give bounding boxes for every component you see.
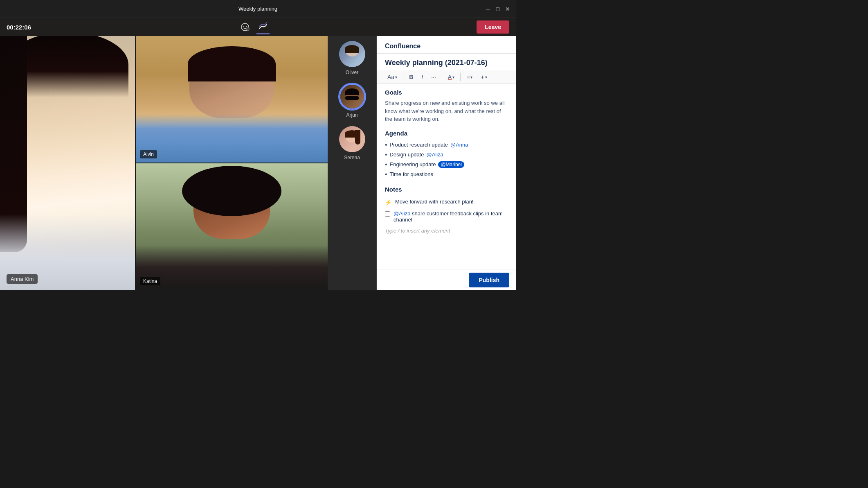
toolbar-divider-1 xyxy=(403,73,403,81)
agenda-item-4-text: Time for questions xyxy=(390,171,433,177)
type-placeholder[interactable]: Type / to insert any element xyxy=(385,225,508,236)
maximize-button[interactable]: □ xyxy=(495,6,501,12)
participant-arjun: Arjun xyxy=(339,84,365,118)
agenda-item-1-mention: @Anna xyxy=(450,142,468,148)
list-button[interactable]: ≡ ▾ xyxy=(464,73,475,81)
confluence-doc-title: Weekly planning (2021-07-16) xyxy=(377,54,516,70)
toolbar-divider-2 xyxy=(442,73,442,81)
note-checkbox-2[interactable] xyxy=(385,211,390,217)
katina-name-tag: Katina xyxy=(140,277,160,285)
serena-name: Serena xyxy=(344,155,360,160)
note-item-1-text: Move forward with research plan! xyxy=(395,199,473,205)
confluence-toolbar: Aa ▾ B I ··· A ▾ ≡ ▾ + ▾ xyxy=(377,70,516,84)
confluence-body: Goals Share progress on new and existing… xyxy=(377,84,516,269)
agenda-item-2-mention: @Aliza xyxy=(426,151,443,158)
top-bar: 00:22:06 + Leave xyxy=(0,18,516,36)
confluence-app-title: Confluence xyxy=(385,43,421,50)
goals-title: Goals xyxy=(385,89,508,96)
confluence-icon[interactable] xyxy=(256,20,270,34)
call-timer: 00:22:06 xyxy=(7,24,31,31)
svg-text:+: + xyxy=(247,29,248,31)
window-controls: ─ □ ✕ xyxy=(485,6,511,12)
close-button[interactable]: ✕ xyxy=(504,6,511,12)
katina-video: Katina xyxy=(135,163,328,291)
svg-point-1 xyxy=(243,26,244,27)
bold-button[interactable]: B xyxy=(407,73,416,81)
agenda-list: Product research update @Anna Design upd… xyxy=(385,140,508,179)
agenda-item-1: Product research update @Anna xyxy=(385,140,508,150)
confluence-header: Confluence xyxy=(377,36,516,54)
agenda-item-2-text: Design update xyxy=(390,151,424,158)
avatar-serena xyxy=(339,126,365,152)
italic-button[interactable]: I xyxy=(419,73,425,81)
alvin-name-tag: Alvin xyxy=(140,150,157,158)
anna-video: Anna Kim xyxy=(0,36,135,290)
confluence-bottom-bar: Publish xyxy=(377,269,516,290)
more-formatting-button[interactable]: ··· xyxy=(429,73,438,81)
note-item-2-text: @Aliza share customer feedback clips in … xyxy=(394,210,508,223)
participants-sidebar: Oliver Arjun xyxy=(328,36,377,290)
publish-button[interactable]: Publish xyxy=(469,273,509,287)
svg-point-2 xyxy=(245,26,246,27)
agenda-item-1-text: Product research update xyxy=(390,142,448,148)
top-icons: + xyxy=(238,20,270,34)
agenda-item-3-mention: @Maribel xyxy=(438,161,464,168)
participant-oliver: Oliver xyxy=(339,41,365,75)
agenda-item-2: Design update @Aliza xyxy=(385,150,508,160)
insert-button[interactable]: + ▾ xyxy=(478,73,489,81)
emoji-reactions-icon[interactable]: + xyxy=(238,20,252,34)
agenda-item-4: Time for questions xyxy=(385,169,508,179)
participant-serena: Serena xyxy=(339,126,365,160)
avatar-oliver xyxy=(339,41,365,67)
alvin-video: Alvin xyxy=(135,36,328,163)
agenda-item-3-text: Engineering update xyxy=(390,161,436,167)
toolbar-divider-3 xyxy=(460,73,461,81)
arjun-name: Arjun xyxy=(346,112,358,118)
anna-name-tag: Anna Kim xyxy=(7,274,38,284)
agenda-title: Agenda xyxy=(385,130,508,137)
leave-button[interactable]: Leave xyxy=(477,20,509,34)
note-item-1: ⚡ Move forward with research plan! xyxy=(385,196,508,208)
lightning-icon: ⚡ xyxy=(385,199,392,206)
text-color-button[interactable]: A ▾ xyxy=(445,73,457,81)
minimize-button[interactable]: ─ xyxy=(485,6,491,12)
agenda-item-3: Engineering update @Maribel xyxy=(385,160,508,169)
video-area: Anna Kim Alvin xyxy=(0,36,328,290)
notes-title: Notes xyxy=(385,186,508,193)
main-content: Anna Kim Alvin xyxy=(0,36,516,290)
video-grid: Alvin Katina xyxy=(135,36,328,290)
goals-text: Share progress on new and existing work … xyxy=(385,99,508,123)
note-item-2: @Aliza share customer feedback clips in … xyxy=(385,208,508,225)
avatar-arjun xyxy=(339,84,365,110)
window-title: Weekly planning xyxy=(238,6,277,12)
oliver-name: Oliver xyxy=(346,70,358,75)
title-bar: Weekly planning ─ □ ✕ xyxy=(0,0,516,18)
font-size-button[interactable]: Aa ▾ xyxy=(385,73,400,81)
confluence-panel: Confluence Weekly planning (2021-07-16) … xyxy=(377,36,516,290)
